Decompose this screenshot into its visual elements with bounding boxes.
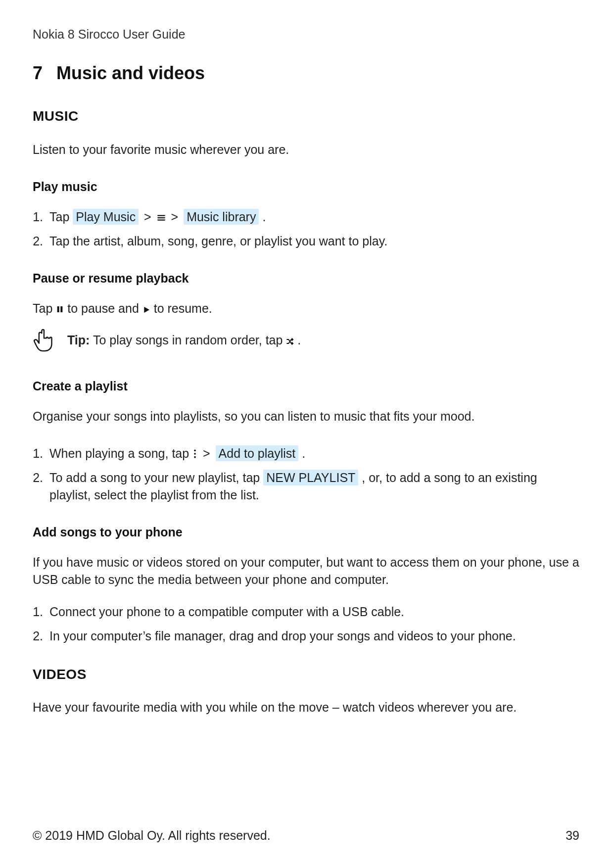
svg-point-6: [194, 449, 196, 451]
create-playlist-step-2: To add a song to your new playlist, tap …: [47, 469, 579, 504]
videos-intro: Have your favourite media with you while…: [33, 699, 579, 716]
music-intro: Listen to your favorite music wherever y…: [33, 141, 579, 158]
add-to-playlist-chip: Add to playlist: [216, 445, 299, 461]
pause-resume-line: Tap to pause and to resume.: [33, 300, 579, 317]
play-music-chip: Play Music: [73, 209, 139, 225]
footer-copyright: © 2019 HMD Global Oy. All rights reserve…: [33, 827, 271, 844]
tip-label: Tip:: [67, 333, 90, 347]
svg-rect-4: [61, 306, 63, 312]
svg-point-7: [194, 453, 196, 455]
tip-hand-icon: [33, 328, 54, 353]
music-library-chip: Music library: [184, 209, 259, 225]
text: to resume.: [154, 301, 212, 315]
text: To add a song to your new playlist, tap: [49, 471, 263, 484]
footer-page-number: 39: [566, 827, 579, 844]
shuffle-icon: [286, 338, 294, 345]
add-songs-step-1: Connect your phone to a compatible compu…: [47, 603, 579, 621]
add-songs-steps: Connect your phone to a compatible compu…: [33, 603, 579, 645]
play-icon: [142, 306, 150, 314]
text: .: [262, 210, 266, 224]
page-header: Nokia 8 Sirocco User Guide: [33, 26, 579, 43]
chapter-number: 7: [33, 61, 43, 86]
play-music-step-1: Tap Play Music > > Music library .: [47, 208, 579, 226]
page: Nokia 8 Sirocco User Guide 7 Music and v…: [0, 0, 614, 868]
play-music-step-2: Tap the artist, album, song, genre, or p…: [47, 233, 579, 250]
text: .: [302, 446, 305, 460]
play-music-steps: Tap Play Music > > Music library . Tap t…: [33, 208, 579, 250]
section-videos-heading: VIDEOS: [33, 665, 579, 684]
create-playlist-intro: Organise your songs into playlists, so y…: [33, 408, 579, 425]
page-footer: © 2019 HMD Global Oy. All rights reserve…: [33, 827, 579, 844]
more-vert-icon: [192, 449, 197, 459]
add-songs-intro: If you have music or videos stored on yo…: [33, 554, 579, 588]
text: Tap: [49, 210, 73, 224]
svg-marker-5: [144, 307, 149, 313]
breadcrumb-sep: >: [142, 210, 157, 224]
new-playlist-chip: NEW PLAYLIST: [263, 470, 358, 485]
add-songs-step-2: In your computer’s file manager, drag an…: [47, 627, 579, 645]
chapter-title: Music and videos: [56, 61, 205, 86]
play-music-heading: Play music: [33, 178, 579, 195]
breadcrumb-sep: >: [169, 210, 184, 224]
menu-icon: [157, 213, 166, 222]
create-playlist-step-1: When playing a song, tap > Add to playli…: [47, 445, 579, 462]
breadcrumb-sep: >: [201, 446, 216, 460]
svg-point-8: [194, 456, 196, 458]
text: Tap: [33, 301, 56, 315]
text: to pause and: [67, 301, 142, 315]
chapter-heading: 7 Music and videos: [33, 61, 579, 86]
create-playlist-steps: When playing a song, tap > Add to playli…: [33, 445, 579, 504]
text: When playing a song, tap: [49, 446, 192, 460]
text: .: [297, 333, 301, 347]
tip-content: Tip: To play songs in random order, tap …: [67, 332, 301, 349]
tip-row: Tip: To play songs in random order, tap …: [33, 328, 579, 353]
pause-resume-heading: Pause or resume playback: [33, 270, 579, 287]
tip-text: To play songs in random order, tap: [93, 333, 286, 347]
pause-icon: [56, 305, 64, 314]
section-music-heading: MUSIC: [33, 106, 579, 126]
svg-rect-3: [57, 306, 59, 312]
create-playlist-heading: Create a playlist: [33, 378, 579, 395]
add-songs-heading: Add songs to your phone: [33, 524, 579, 541]
